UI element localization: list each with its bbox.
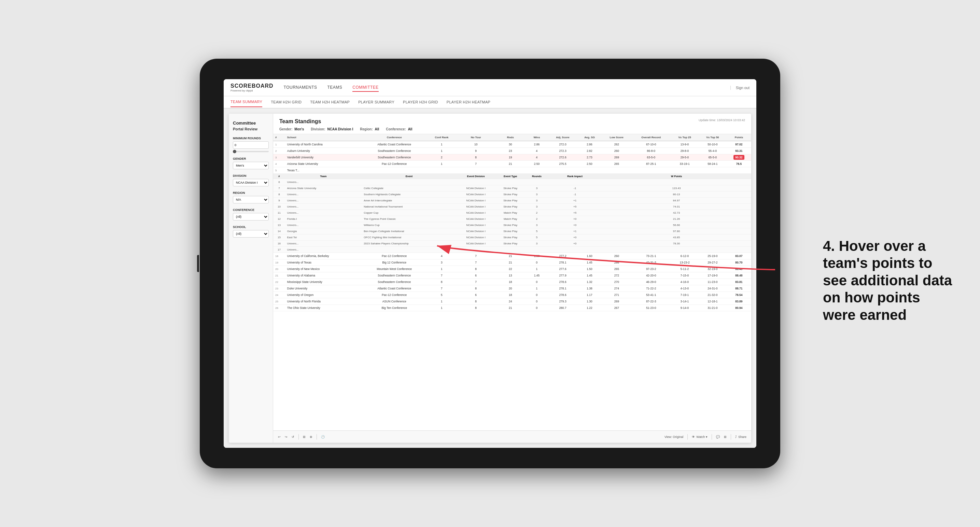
reset-button[interactable]: ↺ (292, 435, 294, 439)
cell-rank: 2 (273, 148, 285, 154)
event-row[interactable]: 15 East Tei OFCC Fighting Illini Invitat… (273, 235, 751, 241)
table-row[interactable]: 1 University of North Carolina Atlantic … (273, 141, 751, 148)
cell-points[interactable]: 80.94 (727, 305, 751, 311)
event-row[interactable]: 6 Univers... (273, 179, 751, 185)
undo-button[interactable]: ↩ (278, 435, 281, 439)
grid-button[interactable]: ⊕ (310, 435, 312, 439)
filter-gender-label: Gender: (279, 127, 292, 131)
subnav-player-h2h-heatmap[interactable]: PLAYER H2H HEATMAP (447, 97, 490, 107)
cell-conf-rank: 1 (427, 161, 457, 167)
event-row[interactable]: 17 Univers... (273, 247, 751, 253)
table-container[interactable]: # School Conference Conf Rank No Tour Rn… (273, 134, 751, 430)
cell-top25: 33-19-1 (671, 161, 698, 167)
sign-out-button[interactable]: Sign out (730, 86, 749, 90)
event-row[interactable]: 13 Univers... Williams Cup NCAA Division… (273, 222, 751, 229)
feedback-button[interactable]: 💬 (716, 435, 720, 439)
cell-low: 265 (602, 266, 632, 272)
cell-div: NCAA Division I (457, 198, 495, 204)
cell-low: 272 (602, 272, 632, 279)
cell-points[interactable]: 80.70 (727, 259, 751, 266)
slider-thumb[interactable] (233, 150, 236, 153)
cell-team: Univers... (285, 179, 751, 185)
sidebar-section-conference: Conference (All) (233, 208, 269, 221)
clock-button[interactable]: 🕐 (321, 435, 325, 439)
cell-rounds: 5 (525, 235, 548, 241)
cell-points[interactable]: 83.07 (727, 253, 751, 259)
table-row[interactable]: 3 Vanderbilt University Southeastern Con… (273, 154, 751, 161)
cell-points[interactable]: 90.32 (727, 154, 751, 161)
event-row[interactable]: 7 Arizona State University Celtic Colleg… (273, 185, 751, 192)
cell-points[interactable]: 83.89 (727, 298, 751, 305)
table-row[interactable]: 21 University of Alabama Southeastern Co… (273, 272, 751, 279)
sidebar-region-select[interactable]: N/A (233, 196, 269, 203)
copy-button[interactable]: ⊞ (303, 435, 305, 439)
expand-button[interactable]: ⊞ (724, 435, 727, 439)
cell-points[interactable]: 83.81 (727, 279, 751, 285)
cell-points[interactable]: 78.5 (727, 161, 751, 167)
table-row[interactable]: 25 University of North Florida ASUN Conf… (273, 298, 751, 305)
table-row[interactable]: 2 Auburn University Southeastern Confere… (273, 148, 751, 154)
cell-rank: 16 (273, 241, 285, 247)
cell-points[interactable]: 93.31 (727, 148, 751, 154)
cell-rnds: 21 (495, 305, 525, 311)
cell-rnds: 21 (495, 161, 525, 167)
cell-rounds: 5 (525, 229, 548, 235)
filter-division: Division: NCAA Division I (311, 127, 353, 131)
event-row[interactable]: 10 Univers... National Invitational Tour… (273, 204, 751, 210)
event-row[interactable]: 9 Univers... Amer Art Intercollegiate NC… (273, 198, 751, 204)
sidebar-rounds-input[interactable] (233, 141, 269, 149)
subnav-team-h2h-grid[interactable]: TEAM H2H GRID (271, 97, 302, 107)
table-row[interactable]: 4 Arizona State University Pac-12 Confer… (273, 161, 751, 167)
sidebar-conference-select[interactable]: (All) (233, 213, 269, 221)
filter-row: Gender: Men's Division: NCAA Division I … (279, 127, 745, 131)
table-row[interactable]: 24 University of Oregon Pac-12 Conferenc… (273, 292, 751, 298)
table-row[interactable]: 20 University of New Mexico Mountain Wes… (273, 266, 751, 272)
event-row[interactable]: 16 Univers... 2023 Sahalee Players Champ… (273, 241, 751, 247)
cell-rank: 22 (273, 279, 285, 285)
cell-avg-sg: 1.30 (578, 298, 602, 305)
subnav-player-h2h-grid[interactable]: PLAYER H2H GRID (403, 97, 438, 107)
cell-points[interactable]: 97.02 (727, 141, 751, 148)
table-row[interactable]: 19 University of Texas Big 12 Conference… (273, 259, 751, 266)
table-row[interactable]: 5 Texas T... (273, 167, 751, 174)
sidebar-school-select[interactable]: (All) (233, 230, 269, 238)
event-row[interactable]: 14 Georgia Ben Hogan Collegiate Invitati… (273, 229, 751, 235)
watch-button[interactable]: 👁 Watch ▾ (692, 435, 708, 439)
cell-type: Stroke Play (495, 185, 525, 192)
filter-division-value: NCAA Division I (328, 127, 353, 131)
table-row[interactable]: 23 Duke University Atlantic Coast Confer… (273, 285, 751, 292)
table-row[interactable]: 22 Mississippi State University Southeas… (273, 279, 751, 285)
table-row[interactable]: 26 The Ohio State University Big Ten Con… (273, 305, 751, 311)
main-content: Committee Portal Review Minimum Rounds (224, 108, 756, 448)
sidebar-division-select[interactable]: NCAA Division I (233, 179, 269, 186)
subnav-team-h2h-heatmap[interactable]: TEAM H2H HEATMAP (310, 97, 350, 107)
subnav-player-summary[interactable]: PLAYER SUMMARY (358, 97, 395, 107)
nav-tournaments[interactable]: TOURNAMENTS (284, 84, 317, 92)
cell-points[interactable]: 88.48 (727, 272, 751, 279)
share-button[interactable]: ⤴ Share (735, 435, 746, 439)
nav-committee[interactable]: COMMITTEE (352, 84, 379, 92)
cell-points[interactable]: 78.54 (727, 292, 751, 298)
table-row[interactable]: 18 University of California, Berkeley Pa… (273, 253, 751, 259)
cell-points[interactable]: 88.71 (727, 285, 751, 292)
sidebar-label-rounds: Minimum Rounds (233, 137, 269, 140)
cell-rnds: 22 (495, 266, 525, 272)
slider-track[interactable] (233, 151, 269, 152)
cell-school: University of Texas (285, 259, 362, 266)
evt-col-rounds: Rounds (525, 174, 548, 179)
highlighted-points-badge[interactable]: 90.32 (733, 155, 744, 160)
nav-teams[interactable]: TEAMS (328, 84, 342, 92)
col-rank: # (273, 134, 285, 141)
event-row[interactable]: 11 Univers... Copper Cup NCAA Division I… (273, 210, 751, 216)
event-row[interactable]: 8 Univers... Southern Highlands Collegia… (273, 192, 751, 198)
event-row[interactable]: 12 Florida I The Cypress Point Classic N… (273, 216, 751, 222)
cell-team: East Tei (285, 235, 362, 241)
sidebar-label-region: Region (233, 191, 269, 195)
redo-button[interactable]: ↪ (285, 435, 288, 439)
subnav-team-summary[interactable]: TEAM SUMMARY (231, 97, 262, 107)
cell-rnds: 21 (495, 253, 525, 259)
view-original-button[interactable]: View: Original (665, 435, 683, 439)
sidebar-gender-select[interactable]: Men's (233, 162, 269, 169)
cell-impact: +1 (548, 198, 602, 204)
cell-points[interactable]: 88.49 (727, 266, 751, 272)
